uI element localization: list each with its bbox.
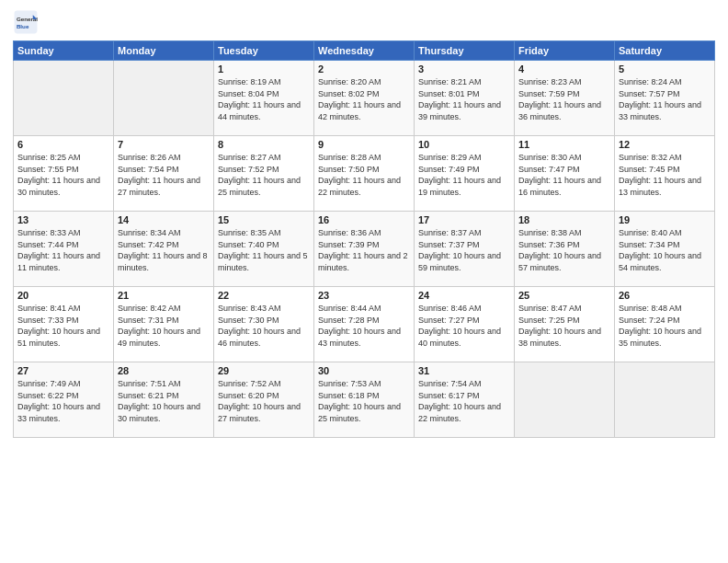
day-detail: Sunrise: 7:53 AM Sunset: 6:18 PM Dayligh… <box>318 378 410 424</box>
day-detail: Sunrise: 8:29 AM Sunset: 7:49 PM Dayligh… <box>418 152 510 198</box>
day-detail: Sunrise: 8:38 AM Sunset: 7:36 PM Dayligh… <box>518 227 610 273</box>
calendar-table: SundayMondayTuesdayWednesdayThursdayFrid… <box>13 40 715 438</box>
week-row-5: 27Sunrise: 7:49 AM Sunset: 6:22 PM Dayli… <box>14 362 715 438</box>
calendar-header-row: SundayMondayTuesdayWednesdayThursdayFrid… <box>14 41 715 61</box>
day-detail: Sunrise: 7:49 AM Sunset: 6:22 PM Dayligh… <box>17 378 109 424</box>
day-detail: Sunrise: 8:19 AM Sunset: 8:04 PM Dayligh… <box>218 76 310 122</box>
day-cell <box>114 61 214 136</box>
day-detail: Sunrise: 8:47 AM Sunset: 7:25 PM Dayligh… <box>518 303 610 349</box>
day-cell: 15Sunrise: 8:35 AM Sunset: 7:40 PM Dayli… <box>214 212 314 287</box>
day-cell: 9Sunrise: 8:28 AM Sunset: 7:50 PM Daylig… <box>314 136 415 212</box>
day-detail: Sunrise: 8:28 AM Sunset: 7:50 PM Dayligh… <box>318 152 410 198</box>
day-number: 7 <box>118 139 210 150</box>
day-detail: Sunrise: 8:44 AM Sunset: 7:28 PM Dayligh… <box>318 303 410 349</box>
week-row-2: 6Sunrise: 8:25 AM Sunset: 7:55 PM Daylig… <box>14 136 715 212</box>
day-detail: Sunrise: 8:40 AM Sunset: 7:34 PM Dayligh… <box>619 227 711 273</box>
col-header-sunday: Sunday <box>14 41 114 61</box>
day-number: 11 <box>518 139 610 150</box>
day-cell: 19Sunrise: 8:40 AM Sunset: 7:34 PM Dayli… <box>615 212 715 287</box>
day-cell: 25Sunrise: 8:47 AM Sunset: 7:25 PM Dayli… <box>515 287 615 362</box>
day-cell: 27Sunrise: 7:49 AM Sunset: 6:22 PM Dayli… <box>14 362 114 438</box>
col-header-saturday: Saturday <box>615 41 715 61</box>
day-detail: Sunrise: 8:24 AM Sunset: 7:57 PM Dayligh… <box>619 76 711 122</box>
week-row-3: 13Sunrise: 8:33 AM Sunset: 7:44 PM Dayli… <box>14 212 715 287</box>
day-detail: Sunrise: 8:26 AM Sunset: 7:54 PM Dayligh… <box>118 152 210 198</box>
day-detail: Sunrise: 8:25 AM Sunset: 7:55 PM Dayligh… <box>17 152 109 198</box>
day-number: 24 <box>418 290 510 301</box>
week-row-1: 1Sunrise: 8:19 AM Sunset: 8:04 PM Daylig… <box>14 61 715 136</box>
day-cell: 14Sunrise: 8:34 AM Sunset: 7:42 PM Dayli… <box>114 212 214 287</box>
day-number: 30 <box>318 365 410 376</box>
day-number: 8 <box>218 139 310 150</box>
day-number: 10 <box>418 139 510 150</box>
day-detail: Sunrise: 8:48 AM Sunset: 7:24 PM Dayligh… <box>619 303 711 349</box>
svg-text:Blue: Blue <box>17 23 29 29</box>
day-cell: 7Sunrise: 8:26 AM Sunset: 7:54 PM Daylig… <box>114 136 214 212</box>
day-cell: 29Sunrise: 7:52 AM Sunset: 6:20 PM Dayli… <box>214 362 314 438</box>
day-detail: Sunrise: 7:51 AM Sunset: 6:21 PM Dayligh… <box>118 378 210 424</box>
day-cell: 16Sunrise: 8:36 AM Sunset: 7:39 PM Dayli… <box>314 212 415 287</box>
day-cell: 17Sunrise: 8:37 AM Sunset: 7:37 PM Dayli… <box>415 212 515 287</box>
day-number: 26 <box>619 290 711 301</box>
day-cell: 28Sunrise: 7:51 AM Sunset: 6:21 PM Dayli… <box>114 362 214 438</box>
day-detail: Sunrise: 8:43 AM Sunset: 7:30 PM Dayligh… <box>218 303 310 349</box>
day-detail: Sunrise: 8:23 AM Sunset: 7:59 PM Dayligh… <box>518 76 610 122</box>
day-number: 14 <box>118 214 210 225</box>
day-number: 4 <box>518 63 610 75</box>
day-cell <box>515 362 615 438</box>
day-detail: Sunrise: 8:34 AM Sunset: 7:42 PM Dayligh… <box>118 227 210 273</box>
day-cell: 1Sunrise: 8:19 AM Sunset: 8:04 PM Daylig… <box>214 61 314 136</box>
day-cell: 6Sunrise: 8:25 AM Sunset: 7:55 PM Daylig… <box>14 136 114 212</box>
col-header-wednesday: Wednesday <box>314 41 415 61</box>
day-cell: 5Sunrise: 8:24 AM Sunset: 7:57 PM Daylig… <box>615 61 715 136</box>
day-number: 23 <box>318 290 410 301</box>
day-number: 18 <box>518 214 610 225</box>
logo: General Blue <box>13 9 42 35</box>
day-number: 1 <box>218 63 310 75</box>
day-number: 21 <box>118 290 210 301</box>
day-detail: Sunrise: 8:41 AM Sunset: 7:33 PM Dayligh… <box>17 303 109 349</box>
day-number: 17 <box>418 214 510 225</box>
day-detail: Sunrise: 8:30 AM Sunset: 7:47 PM Dayligh… <box>518 152 610 198</box>
day-detail: Sunrise: 8:46 AM Sunset: 7:27 PM Dayligh… <box>418 303 510 349</box>
day-detail: Sunrise: 8:33 AM Sunset: 7:44 PM Dayligh… <box>17 227 109 273</box>
day-number: 16 <box>318 214 410 225</box>
col-header-thursday: Thursday <box>415 41 515 61</box>
day-number: 25 <box>518 290 610 301</box>
col-header-tuesday: Tuesday <box>214 41 314 61</box>
col-header-monday: Monday <box>114 41 214 61</box>
day-number: 15 <box>218 214 310 225</box>
day-cell: 12Sunrise: 8:32 AM Sunset: 7:45 PM Dayli… <box>615 136 715 212</box>
day-cell: 13Sunrise: 8:33 AM Sunset: 7:44 PM Dayli… <box>14 212 114 287</box>
day-number: 28 <box>118 365 210 376</box>
day-detail: Sunrise: 8:20 AM Sunset: 8:02 PM Dayligh… <box>318 76 410 122</box>
day-cell: 24Sunrise: 8:46 AM Sunset: 7:27 PM Dayli… <box>415 287 515 362</box>
day-cell: 10Sunrise: 8:29 AM Sunset: 7:49 PM Dayli… <box>415 136 515 212</box>
day-cell: 22Sunrise: 8:43 AM Sunset: 7:30 PM Dayli… <box>214 287 314 362</box>
day-number: 5 <box>619 63 711 75</box>
day-cell <box>615 362 715 438</box>
col-header-friday: Friday <box>515 41 615 61</box>
day-number: 20 <box>17 290 109 301</box>
day-cell: 3Sunrise: 8:21 AM Sunset: 8:01 PM Daylig… <box>415 61 515 136</box>
week-row-4: 20Sunrise: 8:41 AM Sunset: 7:33 PM Dayli… <box>14 287 715 362</box>
day-number: 27 <box>17 365 109 376</box>
day-detail: Sunrise: 8:27 AM Sunset: 7:52 PM Dayligh… <box>218 152 310 198</box>
day-cell: 26Sunrise: 8:48 AM Sunset: 7:24 PM Dayli… <box>615 287 715 362</box>
day-number: 13 <box>17 214 109 225</box>
day-cell: 8Sunrise: 8:27 AM Sunset: 7:52 PM Daylig… <box>214 136 314 212</box>
day-detail: Sunrise: 8:21 AM Sunset: 8:01 PM Dayligh… <box>418 76 510 122</box>
day-detail: Sunrise: 8:35 AM Sunset: 7:40 PM Dayligh… <box>218 227 310 273</box>
day-cell <box>14 61 114 136</box>
day-cell: 31Sunrise: 7:54 AM Sunset: 6:17 PM Dayli… <box>415 362 515 438</box>
day-detail: Sunrise: 7:54 AM Sunset: 6:17 PM Dayligh… <box>418 378 510 424</box>
day-number: 29 <box>218 365 310 376</box>
day-cell: 30Sunrise: 7:53 AM Sunset: 6:18 PM Dayli… <box>314 362 415 438</box>
day-detail: Sunrise: 8:36 AM Sunset: 7:39 PM Dayligh… <box>318 227 410 273</box>
day-number: 9 <box>318 139 410 150</box>
day-detail: Sunrise: 8:42 AM Sunset: 7:31 PM Dayligh… <box>118 303 210 349</box>
calendar-body: 1Sunrise: 8:19 AM Sunset: 8:04 PM Daylig… <box>14 61 715 438</box>
day-number: 6 <box>17 139 109 150</box>
day-detail: Sunrise: 8:32 AM Sunset: 7:45 PM Dayligh… <box>619 152 711 198</box>
logo-icon: General Blue <box>13 9 39 35</box>
